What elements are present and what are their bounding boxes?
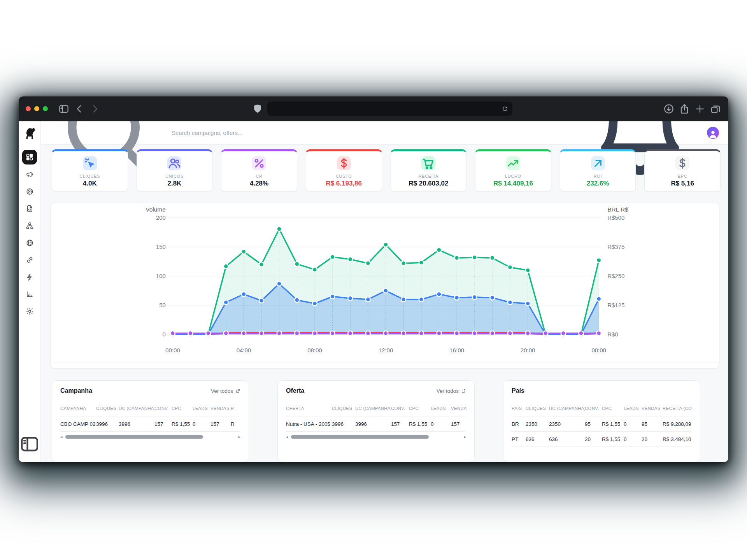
kpi-value: 4.28% <box>221 180 297 187</box>
scrollbar-track[interactable] <box>65 435 236 439</box>
search-input[interactable] <box>172 130 335 136</box>
new-tab-button[interactable] <box>694 103 706 115</box>
table-cell: 157 <box>210 421 231 427</box>
column-header: CONV. <box>585 406 602 411</box>
svg-text:BRL R$: BRL R$ <box>607 206 628 213</box>
sidebar-item-reports[interactable] <box>21 285 38 303</box>
table-cell: 636 <box>526 436 549 442</box>
megaphone-icon <box>26 170 34 178</box>
app-header <box>41 121 728 145</box>
tab-overview-button[interactable] <box>710 103 721 115</box>
svg-text:08:00: 08:00 <box>307 347 322 354</box>
column-header: RECEITA (CO <box>663 406 693 411</box>
dog-logo[interactable] <box>23 127 37 142</box>
external-link-icon <box>235 388 240 394</box>
ver-todos-link[interactable]: Ver todos <box>211 388 240 394</box>
scroll-left-arrow[interactable]: ◂ <box>286 435 288 439</box>
column-header: R <box>231 406 241 411</box>
dollar-icon <box>337 156 351 170</box>
address-bar[interactable] <box>267 102 512 116</box>
bar-chart-icon <box>26 290 34 298</box>
privacy-shield-icon[interactable] <box>252 103 263 115</box>
table-cell: 157 <box>391 421 409 427</box>
sidebar-item-dashboard[interactable] <box>21 149 38 166</box>
table-cell: PT <box>512 436 526 442</box>
kpi-value: R$ 14.409,16 <box>475 180 551 187</box>
downloads-button[interactable] <box>663 103 675 115</box>
table-cell: Nutra - USA - 200$ <box>286 421 332 427</box>
column-header: LEADS <box>193 406 210 411</box>
scroll-right-arrow[interactable]: ▸ <box>238 435 240 439</box>
cart-icon <box>421 156 435 170</box>
sidebar-item-campaigns[interactable] <box>21 166 38 183</box>
kpi-value: 2.8K <box>137 180 212 187</box>
svg-text:Volume: Volume <box>146 206 166 213</box>
table-cell: 2350 <box>526 421 549 427</box>
table-row: Nutra - USA - 200$39963996157R$ 1,550157 <box>286 416 466 432</box>
ver-todos-link[interactable]: Ver todos <box>437 388 466 394</box>
kpi-label: EPC <box>645 174 720 178</box>
sidebar-item-domains[interactable] <box>21 234 38 251</box>
column-header: CLIQUES <box>96 406 119 411</box>
sidebar-item-settings[interactable] <box>21 303 38 320</box>
svg-text:200: 200 <box>156 214 166 221</box>
scroll-right-arrow[interactable]: ▸ <box>464 435 466 439</box>
scrollbar-thumb[interactable] <box>291 435 429 439</box>
kpi-value: R$ 5,16 <box>645 180 720 187</box>
horizontal-scrollbar[interactable]: ◂▸ <box>60 433 240 441</box>
scrollbar-thumb[interactable] <box>65 435 203 439</box>
svg-text:R$500: R$500 <box>607 214 624 221</box>
sidebar-item-flows[interactable] <box>21 217 38 234</box>
zoom-window-button[interactable] <box>43 106 48 111</box>
table-row: PT63663620R$ 1,55020R$ 3.484,10 <box>512 432 692 447</box>
kpi-label: CLIQUES <box>52 174 128 178</box>
table-cell: 20 <box>585 436 602 442</box>
svg-text:50: 50 <box>159 302 166 308</box>
svg-text:100: 100 <box>156 273 166 279</box>
table-cell: R$ 1,55 <box>172 421 193 427</box>
user-avatar[interactable] <box>707 127 719 139</box>
kpi-card-custo: CUSTOR$ 6.193,86 <box>306 149 382 192</box>
share-button[interactable] <box>679 103 690 115</box>
scroll-left-arrow[interactable]: ◂ <box>60 435 63 439</box>
table-card-oferta: OfertaVer todosOFERTACLIQUESUC (CAMPANHA… <box>277 380 475 462</box>
kpi-card-epc: EPCR$ 5,16 <box>644 149 721 192</box>
table-cell: 2350 <box>549 421 585 427</box>
gear-icon <box>26 307 34 315</box>
sidebar-item-automation[interactable] <box>21 268 38 285</box>
column-header: LEADS <box>624 406 642 411</box>
table-title: Oferta <box>286 387 304 394</box>
file-code-icon <box>26 205 34 213</box>
users-icon <box>167 156 181 170</box>
table-cell: 3996 <box>119 421 154 427</box>
column-header: CPC <box>602 406 624 411</box>
sidebar-toggle-icon[interactable] <box>58 103 70 115</box>
sidebar-item-landers[interactable] <box>21 200 38 217</box>
table-cell: 3996 <box>332 421 355 427</box>
sidebar-item-links[interactable] <box>21 251 38 268</box>
table-cell: 0 <box>624 421 642 427</box>
table-cell: 157 <box>451 421 467 427</box>
kpi-card-receita: RECEITAR$ 20.603,02 <box>391 149 467 192</box>
column-header: CPC <box>172 406 193 411</box>
horizontal-scrollbar[interactable]: ◂▸ <box>286 433 466 441</box>
svg-text:04:00: 04:00 <box>237 347 251 354</box>
table-cell: BR <box>512 421 526 427</box>
table-cell: CBO CAMP 02 <box>60 421 96 427</box>
collapse-sidebar-icon[interactable] <box>19 432 40 456</box>
close-window-button[interactable] <box>26 106 31 111</box>
sidebar-item-targets[interactable] <box>21 183 38 200</box>
summary-tables-row: CampanhaVer todosCAMPANHACLIQUESUC (CAMP… <box>52 380 728 462</box>
scrollbar-track[interactable] <box>291 435 461 439</box>
table-row: CBO CAMP 0239963996157R$ 1,550157R <box>60 416 240 432</box>
back-button[interactable] <box>74 103 85 115</box>
table-cell: 0 <box>431 421 451 427</box>
svg-text:150: 150 <box>156 243 166 250</box>
kpi-card-roi: ROI232.6% <box>560 149 636 192</box>
minimize-window-button[interactable] <box>34 106 39 111</box>
kpi-card-unicos: ÚNICOS2.8K <box>137 149 213 192</box>
column-header: PAÍS <box>512 406 526 411</box>
kpi-label: ROI <box>560 174 636 178</box>
forward-button[interactable] <box>89 103 101 115</box>
reload-icon[interactable] <box>502 105 509 112</box>
